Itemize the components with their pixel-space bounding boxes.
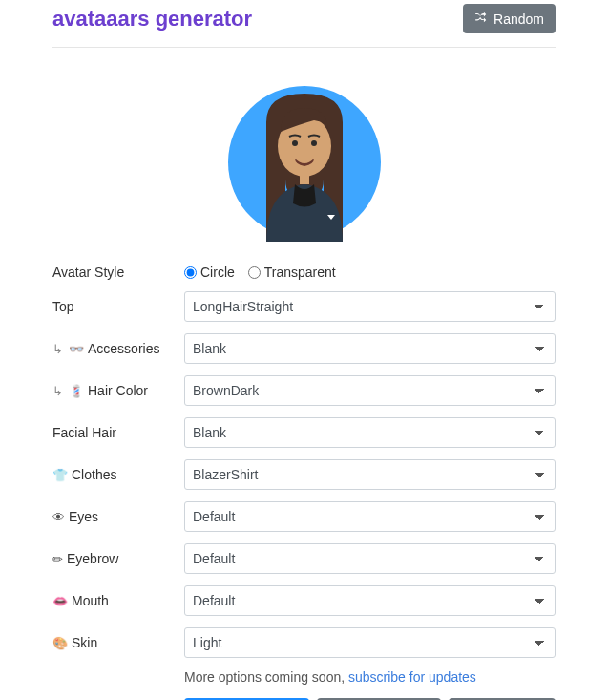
clothes-icon: 👕: [52, 468, 68, 482]
label-clothes: 👕Clothes: [52, 467, 184, 482]
row-top: TopLongHairStraight: [52, 291, 556, 322]
row-accessories: ↳👓AccessoriesBlank: [52, 333, 556, 364]
random-button-label: Random: [493, 11, 544, 27]
eyes-icon: 👁: [52, 510, 65, 524]
avatar-style-radios: Circle Transparent: [184, 265, 556, 280]
label-text: Eyebrow: [67, 551, 118, 566]
row-eyes: 👁EyesDefault: [52, 501, 556, 532]
select-hair-color[interactable]: BrownDark: [184, 375, 556, 406]
select-accessories[interactable]: Blank: [184, 333, 556, 364]
control-area: Light: [184, 627, 556, 658]
select-eyes[interactable]: Default: [184, 501, 556, 532]
control-area: LongHairStraight: [184, 291, 556, 322]
subscribe-link[interactable]: subscribe for updates: [348, 669, 476, 685]
random-button[interactable]: Random: [463, 4, 556, 33]
select-facial-hair[interactable]: Blank: [184, 417, 556, 448]
radio-transparent[interactable]: [248, 266, 261, 279]
svg-rect-4: [300, 173, 309, 184]
nested-indicator-icon: ↳: [52, 384, 63, 398]
radio-circle[interactable]: [184, 266, 197, 279]
select-eyebrow[interactable]: Default: [184, 543, 556, 574]
label-facial-hair: Facial Hair: [52, 425, 184, 440]
row-mouth: 👄MouthDefault: [52, 585, 556, 616]
row-avatar-style: Avatar Style Circle Transparent: [52, 265, 556, 280]
skin-icon: 🎨: [52, 636, 68, 650]
select-skin[interactable]: Light: [184, 627, 556, 658]
label-top: Top: [52, 299, 184, 314]
label-mouth: 👄Mouth: [52, 593, 184, 608]
control-area: Default: [184, 585, 556, 616]
label-text: Mouth: [72, 593, 109, 608]
svg-point-3: [311, 140, 317, 146]
label-text: Skin: [72, 635, 97, 650]
control-area: Default: [184, 543, 556, 574]
header: avataaars generator Random: [52, 0, 556, 48]
row-eyebrow: ✏EyebrowDefault: [52, 543, 556, 574]
label-eyes: 👁Eyes: [52, 509, 184, 524]
eyebrow-icon: ✏: [52, 552, 63, 566]
select-clothes[interactable]: BlazerShirt: [184, 459, 556, 490]
row-hair-color: ↳💈Hair ColorBrownDark: [52, 375, 556, 406]
radio-transparent-text: Transparent: [264, 265, 336, 280]
select-top[interactable]: LongHairStraight: [184, 291, 556, 322]
nested-indicator-icon: ↳: [52, 342, 63, 356]
avatar-preview: [52, 48, 556, 265]
shuffle-icon: [474, 11, 488, 27]
control-area: Default: [184, 501, 556, 532]
row-facial-hair: Facial HairBlank: [52, 417, 556, 448]
accessories-icon: 👓: [69, 342, 84, 356]
label-text: Accessories: [88, 341, 159, 356]
page-title: avataaars generator: [52, 7, 252, 32]
label-accessories: ↳👓Accessories: [52, 341, 184, 356]
label-avatar-style: Avatar Style: [52, 265, 184, 280]
select-mouth[interactable]: Default: [184, 585, 556, 616]
radio-circle-label[interactable]: Circle: [184, 265, 235, 280]
more-text-prefix: More options coming soon,: [184, 669, 348, 685]
row-clothes: 👕ClothesBlazerShirt: [52, 459, 556, 490]
more-options-text: More options coming soon, subscribe for …: [184, 669, 556, 685]
mouth-icon: 👄: [52, 594, 68, 608]
hair-color-icon: 💈: [69, 384, 84, 398]
control-area: Blank: [184, 333, 556, 364]
control-area: BrownDark: [184, 375, 556, 406]
control-area: Blank: [184, 417, 556, 448]
svg-point-2: [292, 140, 298, 146]
label-hair-color: ↳💈Hair Color: [52, 383, 184, 398]
label-eyebrow: ✏Eyebrow: [52, 551, 184, 566]
label-text: Clothes: [72, 467, 116, 482]
label-text: Hair Color: [88, 383, 148, 398]
radio-transparent-label[interactable]: Transparent: [248, 265, 336, 280]
label-text: Facial Hair: [52, 425, 116, 440]
avatar-svg: [228, 74, 381, 242]
radio-circle-text: Circle: [200, 265, 235, 280]
row-skin: 🎨SkinLight: [52, 627, 556, 658]
label-skin: 🎨Skin: [52, 635, 184, 650]
control-area: BlazerShirt: [184, 459, 556, 490]
label-text: Top: [52, 299, 74, 314]
label-text: Eyes: [69, 509, 98, 524]
